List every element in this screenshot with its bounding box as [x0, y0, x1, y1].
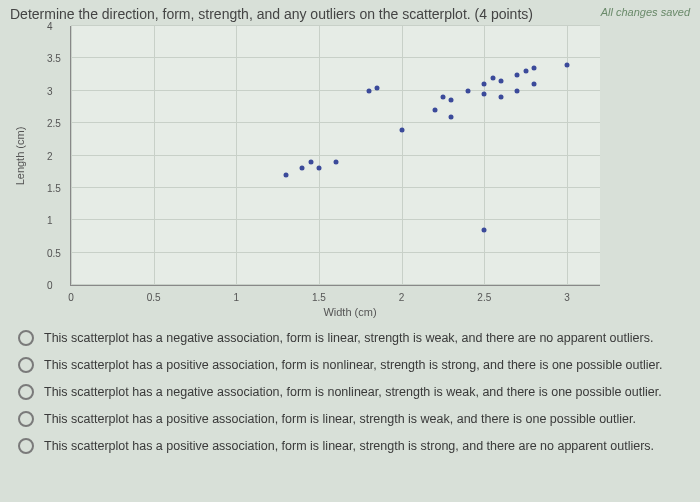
y-tick: 4 — [47, 21, 53, 32]
data-point — [482, 227, 487, 232]
x-tick: 0 — [68, 292, 74, 303]
radio-icon — [18, 357, 34, 373]
option-text: This scatterplot has a positive associat… — [44, 358, 662, 372]
x-axis-label: Width (cm) — [70, 306, 630, 318]
x-tick: 2.5 — [477, 292, 491, 303]
data-point — [283, 172, 288, 177]
data-point — [482, 82, 487, 87]
y-tick: 1.5 — [47, 182, 61, 193]
y-tick: 3 — [47, 85, 53, 96]
option-text: This scatterplot has a negative associat… — [44, 385, 662, 399]
data-point — [531, 82, 536, 87]
data-point — [498, 95, 503, 100]
answer-options: This scatterplot has a negative associat… — [0, 316, 700, 471]
x-tick: 2 — [399, 292, 405, 303]
question-text: Determine the direction, form, strength,… — [10, 6, 533, 22]
x-tick: 1.5 — [312, 292, 326, 303]
data-point — [498, 79, 503, 84]
scatterplot-chart: Length (cm) 00.511.522.5300.511.522.533.… — [40, 26, 600, 316]
radio-icon — [18, 330, 34, 346]
data-point — [333, 159, 338, 164]
option-d[interactable]: This scatterplot has a positive associat… — [18, 411, 682, 427]
y-tick: 3.5 — [47, 53, 61, 64]
data-point — [300, 166, 305, 171]
y-tick: 1 — [47, 215, 53, 226]
data-point — [399, 127, 404, 132]
x-tick: 3 — [564, 292, 570, 303]
radio-icon — [18, 384, 34, 400]
y-tick: 2 — [47, 150, 53, 161]
data-point — [308, 159, 313, 164]
option-text: This scatterplot has a positive associat… — [44, 439, 654, 453]
data-point — [374, 85, 379, 90]
radio-icon — [18, 438, 34, 454]
data-point — [449, 98, 454, 103]
option-text: This scatterplot has a negative associat… — [44, 331, 653, 345]
x-tick: 0.5 — [147, 292, 161, 303]
y-tick: 2.5 — [47, 118, 61, 129]
option-c[interactable]: This scatterplot has a negative associat… — [18, 384, 682, 400]
data-point — [440, 95, 445, 100]
data-point — [490, 75, 495, 80]
option-e[interactable]: This scatterplot has a positive associat… — [18, 438, 682, 454]
option-text: This scatterplot has a positive associat… — [44, 412, 636, 426]
y-axis-label: Length (cm) — [14, 127, 26, 186]
data-point — [316, 166, 321, 171]
data-point — [515, 88, 520, 93]
data-point — [449, 114, 454, 119]
data-point — [465, 88, 470, 93]
data-point — [432, 108, 437, 113]
option-a[interactable]: This scatterplot has a negative associat… — [18, 330, 682, 346]
radio-icon — [18, 411, 34, 427]
data-point — [482, 92, 487, 97]
y-tick: 0 — [47, 280, 53, 291]
data-point — [366, 88, 371, 93]
y-tick: 0.5 — [47, 247, 61, 258]
option-b[interactable]: This scatterplot has a positive associat… — [18, 357, 682, 373]
x-tick: 1 — [234, 292, 240, 303]
data-point — [515, 72, 520, 77]
data-point — [564, 62, 569, 67]
data-point — [531, 66, 536, 71]
data-point — [523, 69, 528, 74]
save-status: All changes saved — [601, 6, 690, 18]
